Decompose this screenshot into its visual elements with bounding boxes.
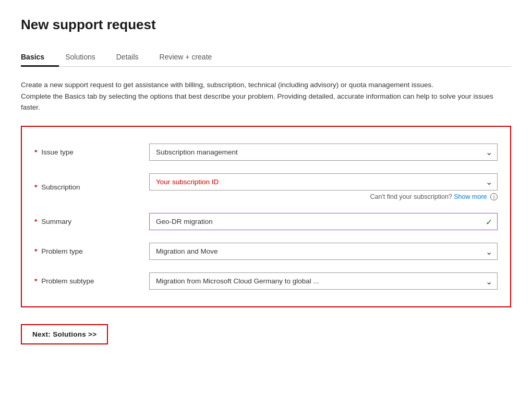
problem-type-select[interactable]: Migration and Move Other (149, 243, 498, 260)
required-star-summary: * (34, 218, 37, 225)
summary-input[interactable] (149, 213, 498, 230)
required-star-problem-subtype: * (34, 277, 37, 285)
summary-control: ✓ (149, 213, 498, 230)
summary-input-wrapper: ✓ (149, 213, 498, 230)
problem-type-row: * Problem type Migration and Move Other … (34, 236, 498, 266)
required-star: * (34, 148, 37, 156)
problem-subtype-select-wrapper: Migration from Microsoft Cloud Germany t… (149, 272, 498, 290)
tab-bar: Basics Solutions Details Review + create (21, 47, 511, 67)
issue-type-select-wrapper: Subscription management Technical Billin… (149, 144, 498, 161)
tab-solutions[interactable]: Solutions (65, 47, 110, 66)
problem-subtype-label: * Problem subtype (34, 277, 149, 285)
tab-details[interactable]: Details (116, 47, 153, 66)
problem-subtype-select[interactable]: Migration from Microsoft Cloud Germany t… (149, 272, 498, 290)
required-star-problem-type: * (34, 247, 37, 255)
subscription-label: * Subscription (34, 183, 149, 191)
next-solutions-button[interactable]: Next: Solutions >> (21, 324, 108, 344)
subscription-hint: Can't find your subscription? Show more … (149, 193, 498, 201)
issue-type-row: * Issue type Subscription management Tec… (34, 137, 498, 167)
subscription-select-wrapper: Your subscription ID ⌄ (149, 173, 498, 190)
summary-label: * Summary (34, 218, 149, 225)
issue-type-select[interactable]: Subscription management Technical Billin… (149, 144, 498, 161)
tab-basics[interactable]: Basics (21, 47, 59, 66)
tab-review-create[interactable]: Review + create (160, 47, 227, 66)
subscription-select[interactable]: Your subscription ID (149, 173, 498, 190)
issue-type-label: * Issue type (34, 148, 149, 156)
description-text: Create a new support request to get assi… (21, 79, 511, 113)
subscription-row: * Subscription Your subscription ID ⌄ Ca… (34, 167, 498, 207)
summary-row: * Summary ✓ (34, 207, 498, 236)
problem-subtype-control: Migration from Microsoft Cloud Germany t… (149, 272, 498, 290)
page-title: New support request (21, 17, 511, 33)
basics-form: * Issue type Subscription management Tec… (21, 126, 511, 308)
problem-subtype-row: * Problem subtype Migration from Microso… (34, 266, 498, 296)
show-more-link[interactable]: Show more (454, 193, 487, 200)
problem-type-select-wrapper: Migration and Move Other ⌄ (149, 243, 498, 260)
info-icon: i (490, 193, 498, 200)
issue-type-control: Subscription management Technical Billin… (149, 144, 498, 161)
required-star-subscription: * (34, 183, 37, 191)
problem-type-label: * Problem type (34, 247, 149, 255)
subscription-control: Your subscription ID ⌄ Can't find your s… (149, 173, 498, 201)
problem-type-control: Migration and Move Other ⌄ (149, 243, 498, 260)
